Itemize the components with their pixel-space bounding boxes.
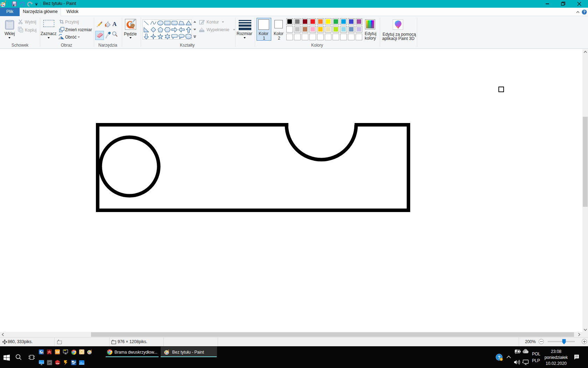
svg-text:SW: SW xyxy=(56,362,59,364)
svg-text:19: 19 xyxy=(56,350,59,354)
svg-text:99: 99 xyxy=(64,349,66,351)
svg-text:?: ? xyxy=(583,10,585,14)
